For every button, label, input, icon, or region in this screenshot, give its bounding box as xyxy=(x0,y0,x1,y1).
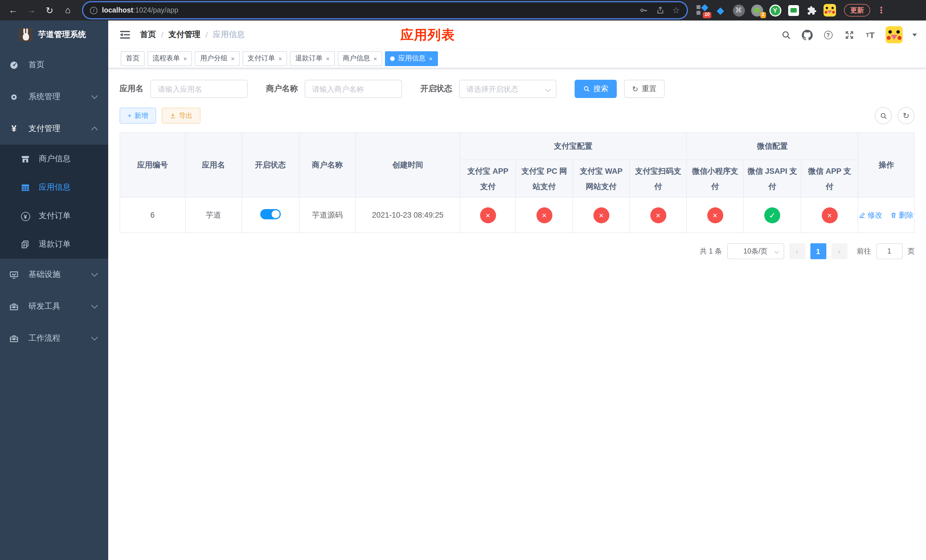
tab-refund-order[interactable]: 退款订单× xyxy=(290,51,335,66)
main-area: 首页 / 支付管理 / 应用信息 应用列表 ? TT xyxy=(108,21,926,560)
sidebar-item-system[interactable]: 系统管理 xyxy=(0,81,108,113)
back-icon[interactable]: ← xyxy=(6,3,21,18)
sidebar-item-infrastructure[interactable]: 基础设施 xyxy=(0,259,108,291)
sidebar-item-merchant-info[interactable]: 商户信息 xyxy=(0,145,108,173)
navbar-actions: ? TT xyxy=(780,26,926,43)
tab-user-group[interactable]: 用户分组× xyxy=(195,51,240,66)
extension-diamond-icon[interactable]: ◆ xyxy=(714,4,727,17)
extensions-puzzle-icon[interactable] xyxy=(805,4,818,17)
cell-app-name: 芋道 xyxy=(185,197,242,233)
app-logo-row: 芋道管理系统 xyxy=(0,21,108,49)
monitor-icon xyxy=(9,270,19,279)
search-button[interactable]: 搜索 xyxy=(575,80,617,98)
total-count: 共 1 条 xyxy=(700,247,722,256)
search-icon[interactable] xyxy=(780,29,791,41)
sidebar-item-pay-order[interactable]: ¥ 支付订单 xyxy=(0,202,108,230)
page-size-select[interactable]: 10条/页 xyxy=(727,243,784,259)
status-alipay-app: × xyxy=(480,207,496,223)
close-icon[interactable]: × xyxy=(374,55,377,62)
extension-badge: 1 xyxy=(760,12,766,18)
gear-icon xyxy=(9,92,19,102)
toggle-search-button[interactable] xyxy=(875,107,892,124)
prev-page-button[interactable]: ‹ xyxy=(789,243,805,259)
fullscreen-icon[interactable] xyxy=(843,29,855,41)
breadcrumb-pay[interactable]: 支付管理 xyxy=(169,30,200,40)
extension-recorder-icon[interactable]: 1 xyxy=(750,4,763,17)
merchant-name-input[interactable] xyxy=(305,80,402,98)
bookmark-star-icon[interactable]: ☆ xyxy=(672,5,680,15)
tab-app-info[interactable]: 应用信息× xyxy=(385,51,438,66)
url-bar[interactable]: i localhost:1024/pay/app ☆ xyxy=(83,2,687,18)
sidebar-item-payment[interactable]: ¥ 支付管理 xyxy=(0,113,108,145)
enabled-toggle[interactable] xyxy=(260,209,281,219)
refresh-icon: ↻ xyxy=(903,111,909,120)
chevron-down-icon xyxy=(91,302,98,309)
col-header-wechat-app: 微信 APP 支付 xyxy=(801,160,858,197)
app-name-input[interactable] xyxy=(150,80,248,98)
browser-menu-dots-icon[interactable]: ⋮ xyxy=(876,5,887,15)
close-icon[interactable]: × xyxy=(278,55,282,62)
close-icon[interactable]: × xyxy=(231,55,235,62)
help-icon[interactable]: ? xyxy=(822,29,834,41)
edit-link[interactable]: 修改 xyxy=(859,210,882,220)
browser-update-button[interactable]: 更新 xyxy=(844,4,870,17)
home-icon[interactable]: ⌂ xyxy=(61,3,75,18)
share-icon[interactable] xyxy=(656,6,664,15)
sidebar-item-refund-order[interactable]: 退款订单 xyxy=(0,230,108,259)
col-header-wechat-lite: 微信小程序支付 xyxy=(687,160,744,197)
url-text: localhost:1024/pay/app xyxy=(102,6,178,14)
reload-icon[interactable]: ↻ xyxy=(42,3,57,18)
sidebar-toggle-icon[interactable] xyxy=(117,27,132,42)
add-button[interactable]: + 新增 xyxy=(120,107,156,124)
chevron-up-icon xyxy=(91,127,98,133)
next-page-button[interactable]: › xyxy=(831,243,847,259)
goto-page-input[interactable] xyxy=(876,243,902,259)
tab-merchant-info[interactable]: 商户信息× xyxy=(338,51,383,66)
caret-down-icon[interactable] xyxy=(912,33,917,38)
breadcrumb: 首页 / 支付管理 / 应用信息 xyxy=(140,30,245,40)
yen-icon: ¥ xyxy=(9,124,19,134)
close-icon[interactable]: × xyxy=(183,55,187,62)
merchant-name-label: 商户名称 xyxy=(266,84,298,94)
github-icon[interactable] xyxy=(801,29,813,41)
tab-home[interactable]: 首页 xyxy=(121,51,145,66)
sidebar-item-workflow[interactable]: 工作流程 xyxy=(0,322,108,354)
extension-grid-icon[interactable]: 10 xyxy=(696,4,708,17)
chevron-down-icon xyxy=(91,270,98,277)
delete-link[interactable]: 删除 xyxy=(890,210,914,220)
sidebar-item-app-info[interactable]: 应用信息 xyxy=(0,173,108,202)
refresh-table-button[interactable]: ↻ xyxy=(897,107,915,124)
status-select[interactable] xyxy=(459,80,557,98)
user-avatar[interactable] xyxy=(885,26,903,43)
top-navbar: 首页 / 支付管理 / 应用信息 应用列表 ? TT xyxy=(108,21,926,49)
sidebar-item-dev-tools[interactable]: 研发工具 xyxy=(0,291,108,322)
forward-icon[interactable]: → xyxy=(24,3,39,18)
col-header-alipay-app: 支付宝 APP 支付 xyxy=(460,160,516,197)
font-size-icon[interactable]: TT xyxy=(864,29,876,41)
breadcrumb-current: 应用信息 xyxy=(213,30,245,40)
page-1-button[interactable]: 1 xyxy=(810,243,826,259)
export-button[interactable]: 导出 xyxy=(162,107,200,124)
extension-chat-icon[interactable] xyxy=(787,4,800,17)
toolbox-icon xyxy=(9,302,19,311)
page-info-icon[interactable]: i xyxy=(90,6,97,14)
tab-pay-order[interactable]: 支付订单× xyxy=(243,51,287,66)
tab-process-form[interactable]: 流程表单× xyxy=(147,51,192,66)
dashboard-icon xyxy=(9,60,19,70)
cell-merchant-name: 芋道源码 xyxy=(299,197,356,233)
sidebar-item-home[interactable]: 首页 xyxy=(0,49,108,81)
col-header-alipay-qr: 支付宝扫码支付 xyxy=(630,160,687,197)
page-unit: 页 xyxy=(908,247,915,256)
close-icon[interactable]: × xyxy=(429,55,433,62)
table-row: 6 芋道 芋道源码 2021-10-23 08:49:25 × × × × × … xyxy=(120,197,914,233)
extension-y-icon[interactable]: Y xyxy=(769,4,781,17)
extension-command-icon[interactable]: ⌘ xyxy=(732,4,745,17)
app-logo xyxy=(19,28,32,42)
key-icon[interactable] xyxy=(639,6,648,15)
active-dot xyxy=(390,56,395,61)
breadcrumb-home[interactable]: 首页 xyxy=(140,30,156,40)
close-icon[interactable]: × xyxy=(326,55,330,62)
reset-button[interactable]: ↻ 重置 xyxy=(624,80,664,98)
browser-profile-avatar[interactable] xyxy=(823,4,836,17)
sidebar: 芋道管理系统 首页 系统管理 ¥ 支付管理 商户信息 xyxy=(0,21,108,560)
